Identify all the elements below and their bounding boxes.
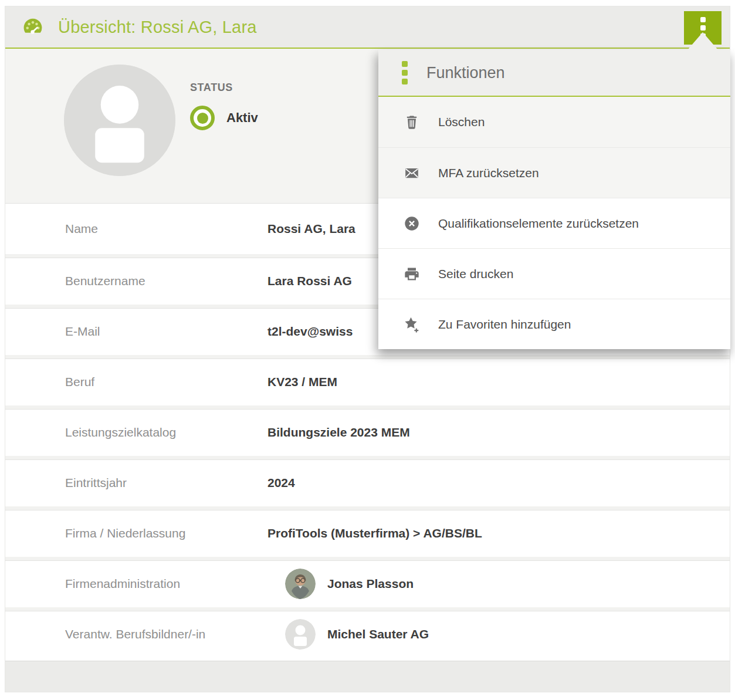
- active-status-icon: [190, 106, 215, 130]
- table-row: BerufKV23 / MEM: [5, 355, 730, 405]
- field-value-cell: 2024: [267, 476, 295, 490]
- status-label: STATUS: [190, 82, 258, 94]
- menu-item-add-to-favorites[interactable]: Zu Favoriten hinzufügen: [378, 299, 730, 349]
- field-label: E-Mail: [65, 324, 267, 339]
- field-value-cell: Bildungsziele 2023 MEM: [267, 425, 410, 439]
- star-plus-icon: [402, 316, 422, 333]
- page-title: Übersicht: Rossi AG, Lara: [58, 18, 257, 37]
- circle-x-icon: [402, 215, 422, 232]
- field-value: Jonas Plasson: [327, 577, 414, 591]
- field-value: 2024: [267, 476, 295, 490]
- card-footer: [5, 661, 730, 692]
- menu-arrow: [687, 32, 718, 50]
- field-label: Name: [65, 222, 267, 236]
- field-label: Verantw. Berufsbildner/-in: [65, 627, 267, 641]
- menu-item-print-page[interactable]: Seite drucken: [378, 248, 730, 299]
- table-row: Eintrittsjahr2024: [5, 456, 730, 506]
- envelope-icon: [402, 165, 422, 181]
- field-value: Michel Sauter AG: [327, 627, 429, 641]
- functions-dropdown-menu: Funktionen LöschenMFA zurücksetzenQualif…: [378, 50, 730, 349]
- menu-item-reset-qualification-elements[interactable]: Qualifikationselemente zurücksetzen: [378, 198, 730, 248]
- field-value-cell: Jonas Plasson: [267, 569, 414, 599]
- menu-item-label: Qualifikationselemente zurücksetzen: [438, 217, 639, 231]
- field-label: Firma / Niederlassung: [65, 526, 267, 540]
- card-header: Übersicht: Rossi AG, Lara: [5, 6, 730, 49]
- field-value: ProfiTools (Musterfirma) > AG/BS/BL: [267, 526, 482, 540]
- field-value-cell: t2l-dev@swiss: [267, 324, 353, 339]
- field-label: Firmenadministration: [65, 577, 267, 591]
- field-value: KV23 / MEM: [267, 375, 337, 389]
- status-block: STATUS Aktiv: [190, 82, 258, 130]
- field-value-cell: Michel Sauter AG: [267, 619, 429, 650]
- menu-item-label: Zu Favoriten hinzufügen: [438, 317, 571, 332]
- menu-item-delete[interactable]: Löschen: [378, 97, 730, 147]
- table-row: LeistungszielkatalogBildungsziele 2023 M…: [5, 405, 730, 456]
- field-value: t2l-dev@swiss: [267, 324, 353, 339]
- field-label: Eintrittsjahr: [65, 476, 267, 490]
- photo-avatar: [285, 569, 316, 599]
- trash-icon: [402, 113, 422, 131]
- menu-title: Funktionen: [426, 64, 505, 82]
- field-label: Leistungszielkatalog: [65, 425, 267, 439]
- profile-avatar: [64, 65, 175, 176]
- field-value: Bildungsziele 2023 MEM: [267, 425, 410, 439]
- field-value-cell: Rossi AG, Lara: [267, 222, 355, 236]
- kebab-menu-icon: [402, 60, 408, 86]
- field-value-cell: KV23 / MEM: [267, 375, 337, 389]
- table-row: FirmenadministrationJonas Plasson: [5, 557, 730, 607]
- menu-item-label: Seite drucken: [438, 267, 513, 281]
- field-value-cell: ProfiTools (Musterfirma) > AG/BS/BL: [267, 526, 482, 540]
- field-value: Rossi AG, Lara: [267, 222, 355, 236]
- printer-icon: [402, 266, 422, 282]
- dashboard-gauge-icon: [22, 16, 44, 38]
- table-row: Firma / NiederlassungProfiTools (Musterf…: [5, 506, 730, 557]
- field-label: Benutzername: [65, 274, 267, 288]
- menu-item-label: MFA zurücksetzen: [438, 166, 539, 180]
- person-placeholder-avatar: [285, 619, 316, 650]
- field-value-cell: Lara Rossi AG: [267, 274, 352, 288]
- field-value: Lara Rossi AG: [267, 274, 352, 288]
- menu-items: LöschenMFA zurücksetzenQualifikationsele…: [378, 97, 730, 349]
- field-label: Beruf: [65, 375, 267, 389]
- table-row: Verantw. Berufsbildner/-inMichel Sauter …: [5, 607, 730, 658]
- status-value: Aktiv: [226, 110, 258, 126]
- menu-header: Funktionen: [378, 50, 730, 97]
- menu-item-reset-mfa[interactable]: MFA zurücksetzen: [378, 147, 730, 198]
- menu-item-label: Löschen: [438, 115, 485, 129]
